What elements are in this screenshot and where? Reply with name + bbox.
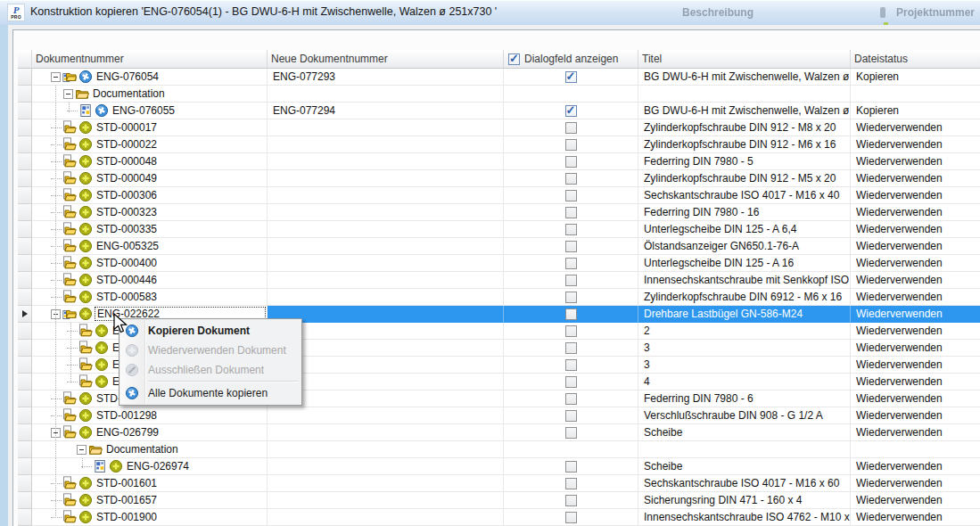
show-dialog-checkbox[interactable] [565,292,577,303]
title-cell[interactable]: Zylinderkopfschraube DIN 912 - M5 x 20 [638,170,851,187]
row-selector-cell[interactable] [18,204,32,221]
title-cell[interactable]: Drehbare Lastbügel GN-586-M24 [638,306,851,323]
show-dialog-checkbox[interactable] [565,275,577,286]
show-dialog-checkbox[interactable] [565,359,577,371]
table-row[interactable]: ENG-076055ENG-077294BG DWU-6-H mit Zwisc… [18,103,980,119]
file-status-cell[interactable]: Wiederverwenden [851,238,980,255]
show-dialog-checkbox[interactable] [565,342,577,354]
title-cell[interactable]: Sechskantschraube ISO 4017 - M16 x 60 [638,475,851,492]
file-status-cell[interactable]: Kopieren [851,103,980,119]
column-header-show-dialog[interactable]: Dialogfeld anzeigen [504,50,638,69]
file-status-cell[interactable]: Wiederverwenden [851,475,980,492]
title-cell[interactable]: 2 [638,323,851,340]
show-dialog-checkbox[interactable] [565,122,577,134]
document-number-cell[interactable]: STD-000048 [32,153,268,170]
show-dialog-cell[interactable] [504,69,638,86]
show-dialog-cell[interactable] [504,170,638,187]
title-cell[interactable]: 3 [638,357,851,374]
new-document-number-cell[interactable] [268,492,504,509]
title-cell[interactable]: 3 [638,340,851,357]
title-cell[interactable]: Sicherungsring DIN 471 - 160 x 4 [638,492,851,509]
show-dialog-cell[interactable] [504,340,638,357]
new-document-number-cell[interactable] [268,374,504,390]
show-dialog-cell[interactable] [504,458,638,475]
show-dialog-cell[interactable] [504,204,638,221]
row-selector-cell[interactable] [18,119,32,136]
show-dialog-checkbox[interactable] [565,478,577,489]
file-status-cell[interactable]: Wiederverwenden [851,221,980,238]
show-dialog-cell[interactable] [504,492,638,509]
title-cell[interactable]: Scheibe [638,424,851,441]
show-dialog-checkbox[interactable] [565,512,577,523]
title-cell[interactable]: Unterlegscheibe DIN 125 - A 16 [638,255,851,272]
show-dialog-checkbox[interactable] [565,495,577,506]
show-dialog-cell[interactable] [504,407,638,424]
show-dialog-cell[interactable] [504,255,638,272]
table-row[interactable]: ENG-026799ScheibeWiederverwenden [18,424,980,441]
new-document-number-cell[interactable] [268,390,504,407]
row-selector-cell[interactable] [18,424,32,441]
new-document-number-cell[interactable] [268,153,504,170]
title-cell[interactable]: Scheibe [638,458,851,475]
document-number-cell[interactable]: STD-001900 [32,509,268,526]
row-selector-cell[interactable] [18,458,32,475]
new-document-number-cell[interactable]: ENG-077293 [268,69,504,86]
row-selector-cell[interactable] [18,390,32,407]
row-selector-cell[interactable] [18,407,32,424]
table-row[interactable]: STD-000446Innensechskantschraube mit Sen… [18,272,980,289]
row-selector-cell[interactable] [18,221,32,238]
file-status-cell[interactable]: Wiederverwenden [851,187,980,204]
document-number-cell[interactable]: STD-000335 [32,221,268,238]
show-dialog-checkbox[interactable] [565,71,577,83]
table-row[interactable]: STD-000017Zylinderkopfschraube DIN 912 -… [18,119,980,136]
file-status-cell[interactable]: Wiederverwenden [851,458,980,475]
new-document-number-cell[interactable] [268,407,504,424]
show-dialog-checkbox[interactable] [565,139,577,151]
show-dialog-checkbox[interactable] [565,173,577,185]
title-cell[interactable]: Zylinderkopfschraube DIN 912 - M6 x 16 [638,136,851,153]
column-header-document-number[interactable]: Dokumentnummer [32,50,268,69]
row-selector-cell[interactable] [18,170,32,187]
file-status-cell[interactable]: Wiederverwenden [851,407,980,424]
show-dialog-checkbox[interactable] [565,461,577,473]
show-dialog-cell[interactable] [504,221,638,238]
show-dialog-checkbox[interactable] [565,258,577,269]
table-row[interactable]: STD-000306Sechskantschraube ISO 4017 - M… [18,187,980,204]
document-number-cell[interactable]: ENG-026974 [32,458,268,475]
document-number-cell[interactable]: STD-000446 [32,272,268,289]
show-dialog-cell[interactable] [504,441,638,458]
title-cell[interactable]: Sechskantschraube ISO 4017 - M16 x 40 [638,187,851,204]
collapse-toggle[interactable] [51,306,62,323]
document-number-cell[interactable]: STD-001657 [32,492,268,509]
new-document-number-cell[interactable] [268,119,504,136]
show-dialog-cell[interactable] [504,119,638,136]
file-status-cell[interactable]: Wiederverwenden [851,509,980,526]
row-selector-cell[interactable] [18,441,32,458]
title-cell[interactable]: Zylinderkopfschraube DIN 912 - M8 x 20 [638,119,851,136]
row-selector-cell[interactable] [18,357,32,374]
document-number-cell[interactable]: STD-000323 [32,204,268,221]
file-status-cell[interactable]: Wiederverwenden [851,374,980,390]
show-dialog-cell[interactable] [504,136,638,153]
show-dialog-header-checkbox[interactable] [508,53,520,65]
title-cell[interactable]: Innensechskantschraube ISO 4762 - M10 x … [638,509,851,526]
title-cell[interactable]: Federring DIN 7980 - 5 [638,153,851,170]
table-row[interactable]: STD-000400Unterlegscheibe DIN 125 - A 16… [18,255,980,272]
column-header-new-document-number[interactable]: Neue Dokumentnummer [268,50,504,69]
new-document-number-cell[interactable] [268,204,504,221]
collapse-toggle[interactable] [51,69,62,86]
row-selector-cell[interactable] [18,187,32,204]
file-status-cell[interactable]: Wiederverwenden [851,306,980,323]
row-selector-cell[interactable] [18,323,32,340]
new-document-number-cell[interactable] [268,357,504,374]
column-header-file-status[interactable]: Dateistatus [851,50,980,69]
row-selector-cell[interactable] [18,509,32,526]
table-row[interactable]: STD-000049Zylinderkopfschraube DIN 912 -… [18,170,980,187]
document-number-cell[interactable]: STD-000049 [32,170,268,187]
file-status-cell[interactable]: Wiederverwenden [851,357,980,374]
file-status-cell[interactable] [851,441,980,458]
document-number-cell[interactable]: ENG-005325 [32,238,268,255]
row-selector-cell[interactable] [18,374,32,390]
new-document-number-cell[interactable] [268,441,504,458]
file-status-cell[interactable]: Wiederverwenden [851,153,980,170]
